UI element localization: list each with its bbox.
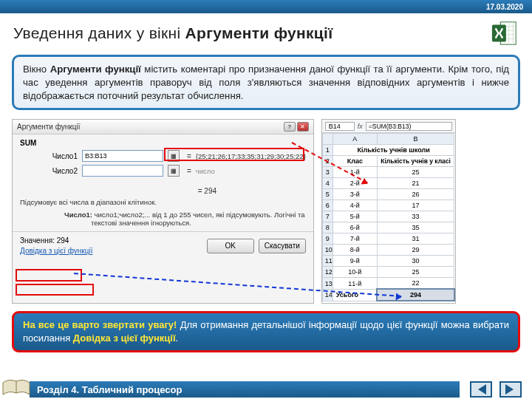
warning-box: На все це варто звертати увагу! Для отри… bbox=[12, 311, 520, 352]
row-header[interactable]: 5 bbox=[322, 189, 332, 200]
cell[interactable]: 5-й bbox=[332, 211, 377, 222]
next-button[interactable] bbox=[499, 381, 522, 398]
row-header[interactable]: 11 bbox=[322, 256, 332, 267]
header-cell[interactable]: Кількість учнів у класі bbox=[377, 156, 454, 167]
cell[interactable]: 31 bbox=[377, 233, 454, 245]
dialog-title: Аргументи функції bbox=[17, 123, 284, 131]
row-header[interactable]: 4 bbox=[322, 178, 332, 189]
dialog-footer: Значення: 294 Довідка з цієї функції OK … bbox=[13, 231, 313, 259]
content-area: Аргументи функції ? ✕ SUM Число1 B3:B13 … bbox=[0, 115, 532, 308]
eq-sign: = bbox=[187, 152, 191, 160]
highlight-value bbox=[16, 269, 82, 282]
cell[interactable]: 33 bbox=[377, 211, 454, 222]
info-text-a: Вікно bbox=[23, 64, 50, 75]
calc-result: = 294 bbox=[20, 187, 306, 195]
corner-cell[interactable] bbox=[322, 134, 332, 145]
header-cell[interactable]: Клас bbox=[332, 156, 377, 167]
dialog-titlebar[interactable]: Аргументи функції ? ✕ bbox=[13, 120, 313, 134]
row-header[interactable]: 9 bbox=[322, 233, 332, 245]
row-header[interactable]: 1 bbox=[322, 145, 332, 156]
col-header-a[interactable]: A bbox=[332, 134, 377, 145]
row-header[interactable]: 3 bbox=[322, 167, 332, 178]
book-icon bbox=[1, 377, 31, 399]
col-header-b[interactable]: B bbox=[377, 134, 454, 145]
warn-em2: Довідка з цієї функції bbox=[73, 332, 176, 344]
cell[interactable]: 22 bbox=[377, 278, 454, 290]
footer-bar: Розділ 4. Табличний процесор bbox=[30, 381, 460, 398]
cell[interactable]: 7-й bbox=[332, 233, 377, 245]
cell[interactable]: 25 bbox=[377, 267, 454, 278]
warn-t2: . bbox=[176, 332, 179, 344]
range-picker-icon[interactable]: ▦ bbox=[168, 150, 180, 162]
triangle-left-icon bbox=[473, 384, 486, 395]
cell[interactable]: 8-й bbox=[332, 245, 377, 256]
cell[interactable]: 6-й bbox=[332, 222, 377, 233]
arg-desc-bold: Число1: bbox=[64, 211, 92, 219]
fx-icon[interactable]: fx bbox=[358, 123, 363, 130]
triangle-right-icon bbox=[505, 384, 519, 395]
footer: Розділ 4. Табличний процесор bbox=[0, 380, 532, 399]
highlight-help-link bbox=[16, 284, 94, 296]
row-header[interactable]: 13 bbox=[322, 278, 332, 290]
formula-bar: B14 fx =SUM(B3:B13) bbox=[322, 120, 455, 133]
cell[interactable]: 3-й bbox=[332, 189, 377, 200]
arg2-row: Число2 ▦ = число bbox=[20, 165, 306, 177]
title-bold: Аргументи функції bbox=[185, 24, 333, 41]
cell[interactable]: 17 bbox=[377, 200, 454, 211]
row-header[interactable]: 10 bbox=[322, 245, 332, 256]
close-icon[interactable]: ✕ bbox=[297, 122, 309, 132]
cell-reference[interactable]: B14 bbox=[325, 122, 355, 131]
cell[interactable]: 30 bbox=[377, 256, 454, 267]
grid: AB 1Кількість учнів школи 2КласКількість… bbox=[322, 133, 455, 301]
cell[interactable]: 26 bbox=[377, 189, 454, 200]
row-header[interactable]: 7 bbox=[322, 211, 332, 222]
help-icon[interactable]: ? bbox=[284, 122, 296, 132]
arg1-input[interactable]: B3:B13 bbox=[82, 150, 163, 162]
header: Уведення даних у вікні Аргументи функції bbox=[0, 13, 532, 50]
value-label: Значення: 294 bbox=[20, 236, 202, 245]
nav-buttons bbox=[460, 381, 532, 398]
topbar: 17.03.2020 bbox=[0, 0, 532, 13]
arg2-placeholder: число bbox=[196, 167, 215, 175]
title-prefix: Уведення даних у вікні bbox=[13, 24, 185, 41]
cell[interactable]: 4-й bbox=[332, 200, 377, 211]
date-label: 17.03.2020 bbox=[486, 3, 523, 11]
excel-logo-icon bbox=[491, 19, 519, 47]
cell[interactable]: 25 bbox=[377, 167, 454, 178]
arg1-label: Число1 bbox=[20, 152, 78, 160]
row-header[interactable]: 8 bbox=[322, 222, 332, 233]
arg-description: Число1: число1;число2;... від 1 до 255 ч… bbox=[20, 211, 306, 227]
cell[interactable]: 9-й bbox=[332, 256, 377, 267]
help-link[interactable]: Довідка з цієї функції bbox=[20, 247, 202, 255]
cell[interactable]: 10-й bbox=[332, 267, 377, 278]
cell[interactable]: 21 bbox=[377, 178, 454, 189]
prev-button[interactable] bbox=[470, 381, 492, 398]
cancel-button[interactable]: Скасувати bbox=[259, 239, 306, 253]
function-description: Підсумовує всі числа в діапазоні клітино… bbox=[20, 198, 306, 206]
row-header[interactable]: 6 bbox=[322, 200, 332, 211]
formula-input[interactable]: =SUM(B3:B13) bbox=[366, 122, 452, 131]
arg1-result: {25;21;26;17;33;35;31;29;30;25;22} bbox=[196, 152, 306, 160]
cell[interactable]: 35 bbox=[377, 222, 454, 233]
function-name: SUM bbox=[20, 139, 306, 147]
sheet-title[interactable]: Кількість учнів школи bbox=[332, 145, 454, 156]
arg1-row: Число1 B3:B13 ▦ = {25;21;26;17;33;35;31;… bbox=[20, 150, 306, 162]
footer-text: Розділ 4. Табличний процесор bbox=[37, 384, 182, 395]
ok-button[interactable]: OK bbox=[207, 239, 254, 253]
spreadsheet: B14 fx =SUM(B3:B13) AB 1Кількість учнів … bbox=[321, 119, 456, 304]
info-text-b: Аргументи функції bbox=[50, 64, 141, 75]
arg-desc-text: число1;число2;... від 1 до 255 чисел, як… bbox=[91, 211, 305, 227]
page-title: Уведення даних у вікні Аргументи функції bbox=[13, 24, 491, 42]
row-header[interactable]: 12 bbox=[322, 267, 332, 278]
range-picker-icon[interactable]: ▦ bbox=[168, 165, 180, 177]
arg2-input[interactable] bbox=[82, 165, 163, 177]
function-arguments-dialog: Аргументи функції ? ✕ SUM Число1 B3:B13 … bbox=[12, 119, 314, 304]
eq-sign: = bbox=[187, 167, 191, 175]
info-box: Вікно Аргументи функції містить коментар… bbox=[12, 55, 520, 110]
cell[interactable]: 11-й bbox=[332, 278, 377, 290]
cell[interactable]: 29 bbox=[377, 245, 454, 256]
warn-em1: На все це варто звертати увагу! bbox=[23, 319, 177, 330]
arg2-label: Число2 bbox=[20, 167, 78, 175]
